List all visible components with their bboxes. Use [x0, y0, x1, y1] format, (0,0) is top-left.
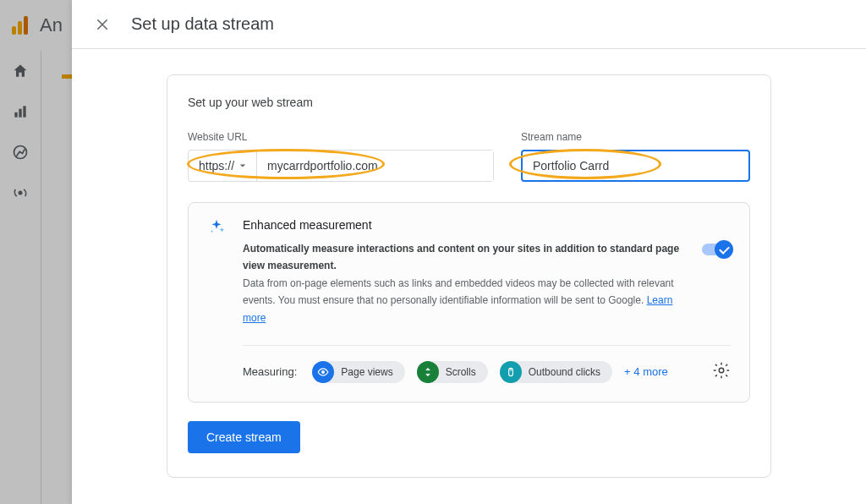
svg-point-8 — [719, 368, 724, 373]
enhanced-measurement-box: Enhanced measurement Automatically measu… — [188, 202, 750, 403]
stream-name-label: Stream name — [521, 131, 750, 143]
enhanced-title: Enhanced measurement — [243, 218, 685, 232]
settings-button[interactable] — [712, 361, 731, 383]
protocol-value: https:// — [199, 159, 234, 173]
website-url-input[interactable] — [257, 151, 493, 181]
sparkle-icon — [207, 218, 226, 240]
protocol-dropdown[interactable]: https:// — [189, 151, 257, 181]
chip-outbound: Outbound clicks — [500, 361, 612, 383]
setup-stream-panel: Set up data stream Set up your web strea… — [72, 0, 866, 504]
check-icon — [715, 240, 733, 259]
measuring-label: Measuring: — [243, 365, 297, 378]
mouse-icon — [500, 361, 522, 383]
modal-title: Set up data stream — [131, 14, 274, 34]
scroll-icon — [417, 361, 439, 383]
enhanced-toggle[interactable] — [702, 244, 731, 255]
close-icon — [95, 17, 110, 32]
close-button[interactable] — [92, 14, 112, 35]
chip-scrolls: Scrolls — [417, 361, 488, 383]
chevron-down-icon — [239, 162, 246, 169]
stream-name-input[interactable] — [521, 150, 750, 182]
enhanced-description: Automatically measure interactions and c… — [243, 240, 685, 326]
more-chips-link[interactable]: + 4 more — [624, 365, 668, 378]
card-subtitle: Set up your web stream — [188, 96, 750, 109]
svg-point-5 — [322, 370, 326, 374]
create-stream-button[interactable]: Create stream — [188, 421, 300, 453]
gear-icon — [712, 361, 731, 380]
eye-icon — [312, 361, 334, 383]
url-label: Website URL — [188, 131, 494, 143]
chip-page-views: Page views — [312, 361, 404, 383]
